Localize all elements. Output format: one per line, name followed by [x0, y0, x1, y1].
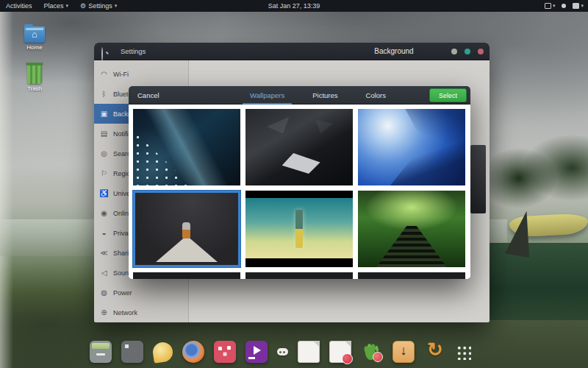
trash-icon-label: Trash: [15, 85, 54, 92]
settings-appmenu-label: Settings: [88, 2, 112, 10]
settings-headerbar[interactable]: Settings Background: [94, 43, 490, 60]
wallpaper-light-beam: [0, 12, 13, 368]
wallpaper-thumb-partial[interactable]: [245, 272, 353, 279]
bluetooth-icon: ᛒ: [99, 90, 109, 98]
settings-appmenu[interactable]: Settings: [80, 2, 117, 10]
wallpaper-thumb-bird-selected[interactable]: [133, 191, 240, 267]
document-app-badged-icon[interactable]: [329, 341, 351, 363]
wallpaper-river: [478, 243, 588, 320]
app-grid-icon[interactable]: [456, 344, 471, 360]
bird-app-icon[interactable]: [151, 341, 173, 363]
gnome-software-icon[interactable]: [361, 341, 383, 363]
wallpaper-thumb-partial[interactable]: [133, 272, 240, 279]
search-settings-icon: ◎: [99, 149, 109, 158]
power-icon: ◍: [99, 289, 109, 297]
wallpaper-thumb-dark-polygons[interactable]: [245, 109, 353, 185]
desktop-icon-home[interactable]: Home: [15, 26, 54, 51]
sidebar-label: Wi-Fi: [113, 71, 129, 78]
media-app-icon[interactable]: [214, 341, 236, 363]
privacy-icon: ◒: [99, 229, 109, 237]
close-button[interactable]: [478, 49, 484, 54]
maximize-button[interactable]: [465, 49, 470, 54]
online-accounts-icon: ◉: [99, 209, 109, 217]
desktop-icon-trash[interactable]: Trash: [15, 65, 54, 92]
updates-icon[interactable]: [424, 341, 446, 363]
tab-wallpapers[interactable]: Wallpapers: [248, 91, 286, 99]
top-bar: Activities Places Settings Sat Jan 27, 1…: [0, 0, 588, 12]
screen-share-icon: [545, 3, 551, 9]
background-preview-sliver: [470, 145, 486, 213]
sidebar-label: Network: [113, 309, 137, 316]
sharing-icon: ≪: [99, 249, 109, 257]
trash-icon: [27, 65, 42, 84]
sidebar-item-network[interactable]: ⊕ Network: [94, 302, 188, 322]
activities-button[interactable]: Activities: [6, 2, 32, 10]
sidebar-item-wifi[interactable]: ◠ Wi-Fi: [94, 64, 188, 84]
dock: [90, 339, 471, 364]
home-folder-icon: [24, 26, 45, 43]
wallpaper-thumb-partial[interactable]: [358, 272, 465, 279]
wallpaper-thumb-forest-railway[interactable]: [358, 191, 465, 267]
firefox-icon[interactable]: [182, 341, 204, 363]
tab-pictures[interactable]: Pictures: [311, 91, 339, 99]
clock[interactable]: Sat Jan 27, 13:39: [268, 0, 320, 12]
sound-icon: ◁: [99, 269, 109, 277]
settings-app-title: Settings: [121, 47, 146, 55]
screen-share-indicator[interactable]: [545, 3, 556, 9]
tab-colors[interactable]: Colors: [365, 91, 387, 99]
video-player-icon[interactable]: [245, 341, 268, 363]
universal-access-icon: ♿: [99, 189, 109, 197]
region-icon: ⚐: [99, 169, 109, 177]
wifi-icon: ◠: [99, 70, 109, 78]
system-status-menu[interactable]: [573, 3, 584, 9]
file-manager-icon[interactable]: [90, 341, 112, 363]
gear-icon: [80, 2, 86, 10]
search-icon[interactable]: [101, 48, 109, 55]
wallpaper-thumb-statue[interactable]: [245, 191, 353, 267]
dialog-headerbar: Cancel Wallpapers Pictures Colors Select: [129, 86, 470, 105]
wallpaper-thumb-blue-crystals[interactable]: [358, 109, 465, 185]
notifications-icon: ▤: [99, 130, 109, 138]
sidebar-label: Power: [113, 289, 132, 297]
cancel-button[interactable]: Cancel: [137, 86, 159, 105]
mini-indicator-icon[interactable]: [277, 348, 288, 355]
desktop: Activities Places Settings Sat Jan 27, 1…: [0, 0, 588, 368]
terminal-icon[interactable]: [121, 341, 143, 363]
document-app-icon[interactable]: [298, 341, 320, 363]
wallpaper-grid: [129, 105, 470, 279]
home-icon-label: Home: [15, 44, 54, 51]
sidebar-item-power[interactable]: ◍ Power: [94, 283, 188, 302]
places-menu[interactable]: Places: [44, 2, 69, 10]
volume-icon[interactable]: [562, 4, 566, 8]
battery-icon: [573, 3, 579, 9]
wallpaper-foliage: [481, 121, 588, 224]
downloads-icon[interactable]: [392, 341, 415, 363]
dialog-tabs: Wallpapers Pictures Colors: [217, 86, 419, 105]
wallpaper-thumb-keyboard[interactable]: [133, 109, 240, 185]
network-icon: ⊕: [99, 308, 109, 316]
wallpaper-dialog: Cancel Wallpapers Pictures Colors Select: [129, 86, 470, 279]
minimize-button[interactable]: [451, 49, 457, 54]
select-button[interactable]: Select: [429, 88, 467, 102]
background-icon: ▣: [99, 110, 109, 118]
